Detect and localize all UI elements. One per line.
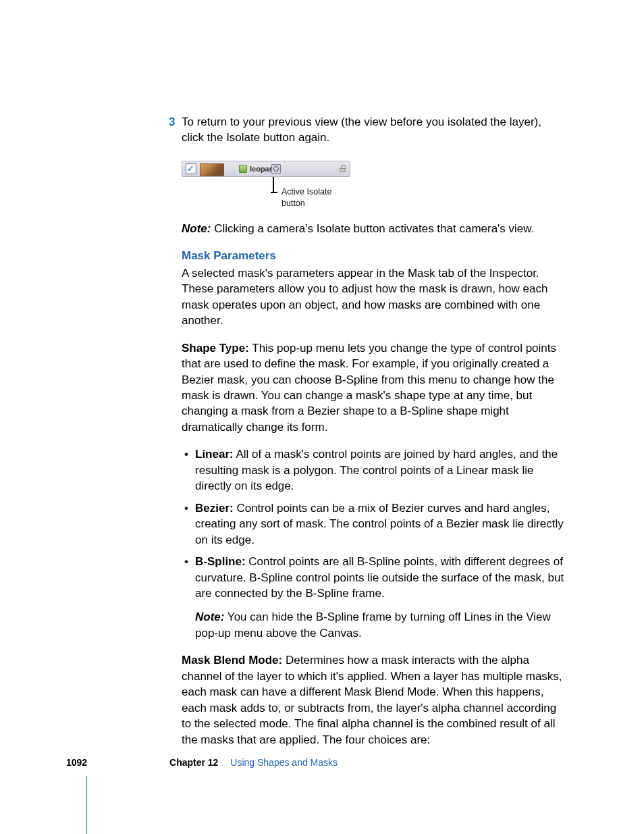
- step-text: To return to your previous view (the vie…: [182, 114, 565, 146]
- shape-type-paragraph: Shape Type: This pop-up menu lets you ch…: [182, 340, 565, 436]
- note-text: Clicking a camera's Isolate button activ…: [211, 222, 534, 235]
- term-bspline: B-Spline:: [195, 555, 246, 568]
- note-bspline-frame: Note: You can hide the B-Spline frame by…: [182, 609, 565, 641]
- body-linear: All of a mask's control points are joine…: [195, 448, 558, 492]
- chapter-label: Chapter 12: [169, 757, 218, 768]
- blend-mode-body: Determines how a mask interacts with the…: [182, 654, 562, 746]
- heading-mask-parameters: Mask Parameters: [182, 248, 565, 263]
- note-label: Note:: [195, 610, 224, 623]
- image-icon: [239, 165, 247, 173]
- chapter-title: Using Shapes and Masks: [230, 757, 338, 768]
- isolate-button[interactable]: [271, 164, 281, 174]
- term-bezier: Bezier:: [195, 502, 234, 515]
- layer-bar: leopard: [182, 161, 350, 177]
- bullet-list: Linear: All of a mask's control points a…: [182, 446, 565, 601]
- lock-icon[interactable]: [340, 165, 346, 172]
- visibility-checkbox[interactable]: [186, 163, 196, 174]
- step-number: 3: [169, 114, 182, 146]
- list-item: Linear: All of a mask's control points a…: [182, 446, 565, 494]
- page-number: 1092: [66, 757, 87, 768]
- callout-line: [273, 177, 274, 192]
- layer-thumbnail: [200, 163, 224, 176]
- note-text: You can hide the B-Spline frame by turni…: [195, 610, 551, 639]
- shape-type-body: This pop-up menu lets you change the typ…: [182, 342, 556, 434]
- step-block: 3 To return to your previous view (the v…: [182, 114, 565, 146]
- page-footer: 1092 Chapter 12 Using Shapes and Masks: [66, 756, 566, 769]
- term-blend-mode: Mask Blend Mode:: [182, 654, 282, 667]
- figure-caption: Active Isolate button: [281, 186, 350, 210]
- term-shape-type: Shape Type:: [182, 342, 249, 355]
- note-label: Note:: [182, 222, 211, 235]
- figure: leopard Active Isolate button: [182, 161, 350, 205]
- term-linear: Linear:: [195, 448, 234, 461]
- page: 3 To return to your previous view (the v…: [0, 0, 644, 834]
- blend-mode-paragraph: Mask Blend Mode: Determines how a mask i…: [182, 652, 565, 748]
- content-column: 3 To return to your previous view (the v…: [182, 114, 565, 759]
- list-item: Bezier: Control points can be a mix of B…: [182, 500, 565, 548]
- body-bspline: Control points are all B-Spline points, …: [195, 555, 564, 600]
- intro-paragraph: A selected mask's parameters appear in t…: [182, 265, 565, 329]
- margin-rule: [86, 776, 87, 834]
- note-clicking-camera: Note: Clicking a camera's Isolate button…: [182, 221, 565, 236]
- body-bezier: Control points can be a mix of Bezier cu…: [195, 502, 564, 546]
- list-item: B-Spline: Control points are all B-Splin…: [182, 554, 565, 601]
